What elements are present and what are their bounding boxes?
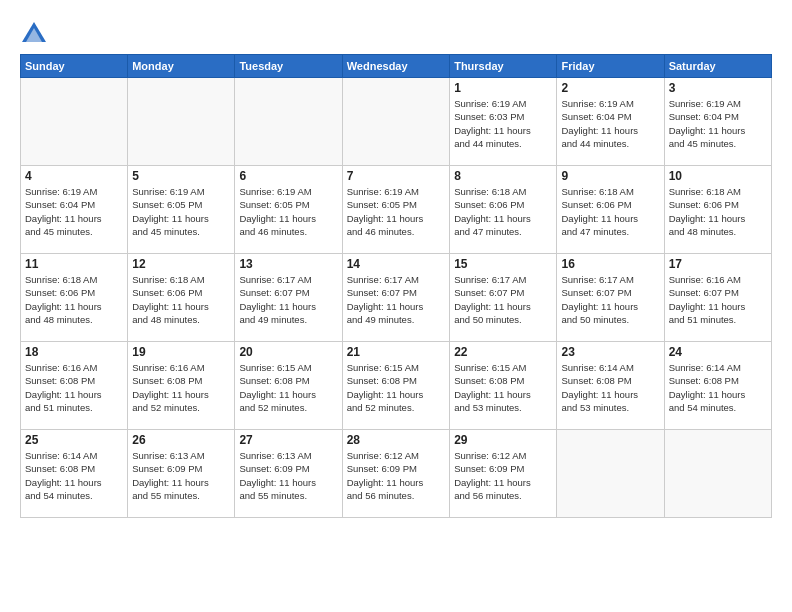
header-cell-monday: Monday	[128, 55, 235, 78]
day-cell: 24Sunrise: 6:14 AM Sunset: 6:08 PM Dayli…	[664, 342, 771, 430]
day-cell: 12Sunrise: 6:18 AM Sunset: 6:06 PM Dayli…	[128, 254, 235, 342]
header-cell-tuesday: Tuesday	[235, 55, 342, 78]
day-cell: 27Sunrise: 6:13 AM Sunset: 6:09 PM Dayli…	[235, 430, 342, 518]
day-number: 10	[669, 169, 767, 183]
day-info: Sunrise: 6:15 AM Sunset: 6:08 PM Dayligh…	[239, 361, 337, 414]
day-info: Sunrise: 6:18 AM Sunset: 6:06 PM Dayligh…	[25, 273, 123, 326]
header-cell-wednesday: Wednesday	[342, 55, 449, 78]
day-number: 6	[239, 169, 337, 183]
day-info: Sunrise: 6:14 AM Sunset: 6:08 PM Dayligh…	[561, 361, 659, 414]
day-cell: 5Sunrise: 6:19 AM Sunset: 6:05 PM Daylig…	[128, 166, 235, 254]
day-info: Sunrise: 6:19 AM Sunset: 6:05 PM Dayligh…	[132, 185, 230, 238]
day-cell: 21Sunrise: 6:15 AM Sunset: 6:08 PM Dayli…	[342, 342, 449, 430]
day-cell	[664, 430, 771, 518]
day-cell: 13Sunrise: 6:17 AM Sunset: 6:07 PM Dayli…	[235, 254, 342, 342]
day-info: Sunrise: 6:19 AM Sunset: 6:04 PM Dayligh…	[669, 97, 767, 150]
header	[20, 16, 772, 48]
day-number: 26	[132, 433, 230, 447]
day-number: 19	[132, 345, 230, 359]
day-info: Sunrise: 6:16 AM Sunset: 6:08 PM Dayligh…	[25, 361, 123, 414]
day-cell: 16Sunrise: 6:17 AM Sunset: 6:07 PM Dayli…	[557, 254, 664, 342]
day-number: 4	[25, 169, 123, 183]
day-number: 22	[454, 345, 552, 359]
day-number: 28	[347, 433, 445, 447]
day-cell: 18Sunrise: 6:16 AM Sunset: 6:08 PM Dayli…	[21, 342, 128, 430]
day-cell	[235, 78, 342, 166]
day-cell: 14Sunrise: 6:17 AM Sunset: 6:07 PM Dayli…	[342, 254, 449, 342]
header-cell-thursday: Thursday	[450, 55, 557, 78]
day-cell: 28Sunrise: 6:12 AM Sunset: 6:09 PM Dayli…	[342, 430, 449, 518]
day-number: 7	[347, 169, 445, 183]
day-number: 21	[347, 345, 445, 359]
day-number: 17	[669, 257, 767, 271]
day-cell: 4Sunrise: 6:19 AM Sunset: 6:04 PM Daylig…	[21, 166, 128, 254]
day-cell: 1Sunrise: 6:19 AM Sunset: 6:03 PM Daylig…	[450, 78, 557, 166]
logo	[20, 20, 52, 48]
day-number: 25	[25, 433, 123, 447]
week-row-2: 4Sunrise: 6:19 AM Sunset: 6:04 PM Daylig…	[21, 166, 772, 254]
day-cell: 26Sunrise: 6:13 AM Sunset: 6:09 PM Dayli…	[128, 430, 235, 518]
day-info: Sunrise: 6:14 AM Sunset: 6:08 PM Dayligh…	[25, 449, 123, 502]
page: SundayMondayTuesdayWednesdayThursdayFrid…	[0, 0, 792, 528]
day-cell	[21, 78, 128, 166]
calendar-header-row: SundayMondayTuesdayWednesdayThursdayFrid…	[21, 55, 772, 78]
calendar-table: SundayMondayTuesdayWednesdayThursdayFrid…	[20, 54, 772, 518]
header-cell-sunday: Sunday	[21, 55, 128, 78]
day-number: 13	[239, 257, 337, 271]
day-info: Sunrise: 6:15 AM Sunset: 6:08 PM Dayligh…	[347, 361, 445, 414]
day-number: 18	[25, 345, 123, 359]
day-number: 12	[132, 257, 230, 271]
day-info: Sunrise: 6:16 AM Sunset: 6:07 PM Dayligh…	[669, 273, 767, 326]
header-cell-friday: Friday	[557, 55, 664, 78]
day-cell: 2Sunrise: 6:19 AM Sunset: 6:04 PM Daylig…	[557, 78, 664, 166]
day-info: Sunrise: 6:19 AM Sunset: 6:03 PM Dayligh…	[454, 97, 552, 150]
day-number: 23	[561, 345, 659, 359]
day-number: 5	[132, 169, 230, 183]
day-cell: 15Sunrise: 6:17 AM Sunset: 6:07 PM Dayli…	[450, 254, 557, 342]
day-number: 29	[454, 433, 552, 447]
day-info: Sunrise: 6:13 AM Sunset: 6:09 PM Dayligh…	[239, 449, 337, 502]
day-cell: 11Sunrise: 6:18 AM Sunset: 6:06 PM Dayli…	[21, 254, 128, 342]
day-info: Sunrise: 6:12 AM Sunset: 6:09 PM Dayligh…	[347, 449, 445, 502]
day-cell: 17Sunrise: 6:16 AM Sunset: 6:07 PM Dayli…	[664, 254, 771, 342]
day-info: Sunrise: 6:19 AM Sunset: 6:05 PM Dayligh…	[347, 185, 445, 238]
day-cell: 3Sunrise: 6:19 AM Sunset: 6:04 PM Daylig…	[664, 78, 771, 166]
day-info: Sunrise: 6:19 AM Sunset: 6:04 PM Dayligh…	[25, 185, 123, 238]
day-cell: 9Sunrise: 6:18 AM Sunset: 6:06 PM Daylig…	[557, 166, 664, 254]
week-row-4: 18Sunrise: 6:16 AM Sunset: 6:08 PM Dayli…	[21, 342, 772, 430]
day-info: Sunrise: 6:18 AM Sunset: 6:06 PM Dayligh…	[561, 185, 659, 238]
day-info: Sunrise: 6:16 AM Sunset: 6:08 PM Dayligh…	[132, 361, 230, 414]
day-cell: 20Sunrise: 6:15 AM Sunset: 6:08 PM Dayli…	[235, 342, 342, 430]
day-number: 3	[669, 81, 767, 95]
day-cell: 10Sunrise: 6:18 AM Sunset: 6:06 PM Dayli…	[664, 166, 771, 254]
day-cell: 23Sunrise: 6:14 AM Sunset: 6:08 PM Dayli…	[557, 342, 664, 430]
day-info: Sunrise: 6:19 AM Sunset: 6:05 PM Dayligh…	[239, 185, 337, 238]
day-number: 24	[669, 345, 767, 359]
header-cell-saturday: Saturday	[664, 55, 771, 78]
week-row-5: 25Sunrise: 6:14 AM Sunset: 6:08 PM Dayli…	[21, 430, 772, 518]
day-info: Sunrise: 6:19 AM Sunset: 6:04 PM Dayligh…	[561, 97, 659, 150]
day-info: Sunrise: 6:18 AM Sunset: 6:06 PM Dayligh…	[454, 185, 552, 238]
day-number: 9	[561, 169, 659, 183]
day-number: 2	[561, 81, 659, 95]
day-number: 16	[561, 257, 659, 271]
day-info: Sunrise: 6:12 AM Sunset: 6:09 PM Dayligh…	[454, 449, 552, 502]
day-number: 14	[347, 257, 445, 271]
day-cell: 6Sunrise: 6:19 AM Sunset: 6:05 PM Daylig…	[235, 166, 342, 254]
day-info: Sunrise: 6:14 AM Sunset: 6:08 PM Dayligh…	[669, 361, 767, 414]
day-info: Sunrise: 6:17 AM Sunset: 6:07 PM Dayligh…	[347, 273, 445, 326]
day-info: Sunrise: 6:17 AM Sunset: 6:07 PM Dayligh…	[239, 273, 337, 326]
day-cell	[128, 78, 235, 166]
day-number: 27	[239, 433, 337, 447]
day-info: Sunrise: 6:18 AM Sunset: 6:06 PM Dayligh…	[132, 273, 230, 326]
day-cell: 19Sunrise: 6:16 AM Sunset: 6:08 PM Dayli…	[128, 342, 235, 430]
day-cell: 25Sunrise: 6:14 AM Sunset: 6:08 PM Dayli…	[21, 430, 128, 518]
day-number: 20	[239, 345, 337, 359]
day-cell	[342, 78, 449, 166]
day-number: 15	[454, 257, 552, 271]
day-cell: 29Sunrise: 6:12 AM Sunset: 6:09 PM Dayli…	[450, 430, 557, 518]
week-row-1: 1Sunrise: 6:19 AM Sunset: 6:03 PM Daylig…	[21, 78, 772, 166]
day-info: Sunrise: 6:17 AM Sunset: 6:07 PM Dayligh…	[561, 273, 659, 326]
day-number: 8	[454, 169, 552, 183]
day-info: Sunrise: 6:15 AM Sunset: 6:08 PM Dayligh…	[454, 361, 552, 414]
